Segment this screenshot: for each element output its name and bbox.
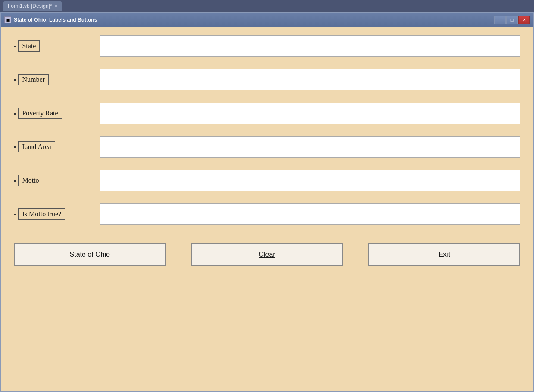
window-controls: ─ □ ✕	[494, 16, 530, 24]
label-number-text: Number	[18, 74, 48, 85]
corner-dot-number	[14, 79, 16, 81]
label-state-text: State	[18, 40, 40, 52]
label-poverty-rate: Poverty Rate	[14, 108, 100, 119]
exit-button[interactable]: Exit	[368, 243, 521, 266]
state-of-ohio-label: State of Ohio	[70, 251, 110, 258]
input-land-area[interactable]	[100, 136, 520, 158]
window-icon-symbol: ▣	[6, 18, 10, 22]
restore-button[interactable]: □	[506, 16, 518, 24]
input-number[interactable]	[100, 69, 520, 90]
clear-label: Clear	[259, 251, 275, 258]
corner-dot-motto	[14, 180, 16, 182]
corner-dot-is-motto-true	[14, 214, 16, 215]
window-title: State of Ohio: Labels and Buttons	[14, 17, 97, 23]
ide-tab-label: Form1.vb [Design]*	[8, 3, 52, 9]
label-poverty-rate-text: Poverty Rate	[18, 108, 62, 119]
close-button[interactable]: ✕	[518, 16, 530, 24]
restore-icon: □	[511, 17, 514, 22]
window-title-left: ▣ State of Ohio: Labels and Buttons	[4, 16, 97, 23]
form-row-motto: Motto	[14, 170, 520, 191]
label-state: State	[14, 40, 100, 52]
input-is-motto-true[interactable]	[100, 203, 520, 225]
label-motto: Motto	[14, 175, 100, 186]
form-area: State Number Poverty Rate Land Area	[1, 27, 533, 391]
minimize-button[interactable]: ─	[494, 16, 506, 24]
form-row-poverty-rate: Poverty Rate	[14, 103, 520, 124]
input-state[interactable]	[100, 35, 520, 57]
label-motto-text: Motto	[18, 175, 43, 186]
window-title-bar: ▣ State of Ohio: Labels and Buttons ─ □ …	[1, 13, 533, 27]
ide-tab-bar: Form1.vb [Design]* ×	[0, 0, 534, 12]
label-land-area: Land Area	[14, 141, 100, 152]
input-poverty-rate[interactable]	[100, 103, 520, 124]
input-motto[interactable]	[100, 170, 520, 191]
label-is-motto-true-text: Is Motto true?	[18, 208, 65, 220]
button-row: State of Ohio Clear Exit	[14, 239, 520, 268]
ide-tab[interactable]: Form1.vb [Design]* ×	[3, 1, 62, 11]
form-row-land-area: Land Area	[14, 136, 520, 158]
minimize-icon: ─	[498, 17, 502, 22]
label-is-motto-true: Is Motto true?	[14, 208, 100, 220]
label-number: Number	[14, 74, 100, 85]
form-row-state: State	[14, 35, 520, 57]
corner-dot-poverty-rate	[14, 113, 16, 115]
window-chrome: ▣ State of Ohio: Labels and Buttons ─ □ …	[0, 12, 534, 392]
clear-button[interactable]: Clear	[191, 243, 343, 266]
corner-dot-state	[14, 46, 16, 47]
form-row-number: Number	[14, 69, 520, 90]
ide-tab-close-icon[interactable]: ×	[55, 3, 57, 9]
window-icon: ▣	[4, 16, 11, 23]
corner-dot-land-area	[14, 146, 16, 148]
exit-label: Exit	[438, 251, 450, 258]
label-land-area-text: Land Area	[18, 141, 55, 152]
form-row-is-motto-true: Is Motto true?	[14, 203, 520, 225]
state-of-ohio-button[interactable]: State of Ohio	[14, 243, 166, 266]
close-icon: ✕	[522, 17, 526, 23]
